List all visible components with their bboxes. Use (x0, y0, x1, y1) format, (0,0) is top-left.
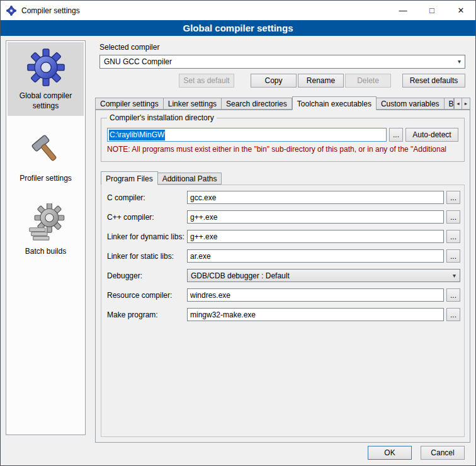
ok-button[interactable]: OK (368, 446, 412, 460)
caption-buttons: — □ ✕ (388, 1, 475, 20)
field-row-cpp-compiler: C++ compiler: ... (107, 210, 460, 224)
tab-search-directories[interactable]: Search directories (222, 98, 292, 110)
install-dir-group-title: Compiler's installation directory (107, 113, 217, 122)
copy-button[interactable]: Copy (251, 74, 297, 88)
linker-dynamic-label: Linker for dynamic libs: (107, 232, 187, 241)
install-dir-row: C:\raylib\MinGW ... Auto-detect (107, 128, 458, 142)
main-area: Selected compiler GNU GCC Compiler ▾ Set… (92, 40, 472, 435)
autodetect-button[interactable]: Auto-detect (405, 128, 458, 142)
field-row-debugger: Debugger: GDB/CDB debugger : Default ▾ (107, 269, 460, 282)
tab-linker-settings[interactable]: Linker settings (164, 98, 222, 110)
resource-compiler-input[interactable] (187, 288, 444, 302)
sidebar: Global compiler settings Profiler settin… (6, 40, 86, 435)
cpp-compiler-browse-button[interactable]: ... (446, 210, 460, 224)
make-program-browse-button[interactable]: ... (446, 308, 460, 321)
field-row-linker-dynamic: Linker for dynamic libs: ... (107, 230, 460, 243)
dialog-header-title: Global compiler settings (183, 23, 293, 33)
set-as-default-button: Set as default (179, 74, 234, 88)
tab-toolchain-executables[interactable]: Toolchain executables (292, 96, 377, 110)
selected-compiler-label: Selected compiler (99, 43, 472, 52)
linker-static-input[interactable] (187, 249, 444, 263)
make-program-label: Make program: (107, 310, 187, 319)
install-dir-browse-button[interactable]: ... (389, 128, 403, 142)
resource-compiler-label: Resource compiler: (107, 291, 187, 300)
c-compiler-input[interactable] (187, 191, 444, 204)
toolchain-executables-pane: Compiler's installation directory C:\ray… (95, 110, 470, 443)
chevron-down-icon: ▾ (458, 58, 461, 65)
titlebar: Compiler settings — □ ✕ (1, 1, 475, 20)
settings-tabs: Compiler settings Linker settings Search… (95, 96, 470, 110)
minimize-button[interactable]: — (388, 1, 417, 20)
reset-defaults-button[interactable]: Reset defaults (402, 74, 465, 88)
app-icon (6, 6, 16, 16)
sidebar-item-batch-builds[interactable]: Batch builds (8, 198, 84, 262)
sidebar-item-global-compiler-settings[interactable]: Global compiler settings (8, 42, 84, 116)
compiler-select-value: GNU GCC Compiler (104, 57, 172, 66)
sidebar-item-label: Batch builds (25, 247, 66, 257)
dialog-footer: OK Cancel (368, 446, 465, 460)
compiler-buttons-row: Set as default Copy Rename Delete Reset … (99, 74, 465, 88)
tab-compiler-settings[interactable]: Compiler settings (95, 98, 164, 110)
window-title: Compiler settings (21, 6, 80, 15)
tab-scroll-buttons: ◄ ► (454, 98, 470, 110)
make-program-input[interactable] (187, 308, 444, 321)
dialog-header: Global compiler settings (1, 20, 475, 36)
close-button[interactable]: ✕ (446, 1, 475, 20)
tab-custom-variables[interactable]: Custom variables (377, 98, 445, 110)
install-dir-selected-text: C:\raylib\MinGW (109, 130, 165, 140)
gear-gray-icon (26, 203, 66, 243)
c-compiler-browse-button[interactable]: ... (446, 191, 460, 204)
debugger-select-value: GDB/CDB debugger : Default (191, 271, 290, 280)
field-row-c-compiler: C compiler: ... (107, 191, 460, 204)
program-files-pane: C compiler: ... C++ compiler: ... Linker… (101, 185, 465, 437)
sidebar-item-label: Global compiler settings (9, 91, 82, 111)
cancel-button[interactable]: Cancel (421, 446, 465, 460)
rename-button[interactable]: Rename (298, 74, 344, 88)
gear-blue-icon (26, 47, 66, 88)
linker-dynamic-browse-button[interactable]: ... (446, 230, 460, 243)
compiler-select[interactable]: GNU GCC Compiler ▾ (99, 55, 465, 69)
delete-button: Delete (345, 74, 391, 88)
c-compiler-label: C compiler: (107, 193, 187, 202)
compiler-settings-window: Compiler settings — □ ✕ Global compiler … (0, 0, 476, 466)
tab-scroll-right-icon[interactable]: ► (462, 98, 470, 110)
linker-static-browse-button[interactable]: ... (446, 249, 460, 263)
cpp-compiler-label: C++ compiler: (107, 213, 187, 222)
field-row-resource-compiler: Resource compiler: ... (107, 288, 460, 302)
resource-compiler-browse-button[interactable]: ... (446, 288, 460, 302)
chevron-down-icon: ▾ (453, 271, 456, 278)
tab-scroll-left-icon[interactable]: ◄ (454, 98, 462, 110)
sidebar-item-profiler-settings[interactable]: Profiler settings (8, 125, 84, 189)
install-dir-note: NOTE: All programs must exist either in … (107, 145, 458, 154)
debugger-label: Debugger: (107, 271, 187, 280)
tab-program-files[interactable]: Program Files (101, 171, 158, 185)
install-dir-groupbox: Compiler's installation directory C:\ray… (101, 118, 465, 162)
field-row-make-program: Make program: ... (107, 308, 460, 321)
linker-dynamic-input[interactable] (187, 230, 444, 243)
cpp-compiler-input[interactable] (187, 210, 444, 224)
hammer-icon (26, 130, 66, 170)
sidebar-item-label: Profiler settings (20, 174, 72, 184)
linker-static-label: Linker for static libs: (107, 252, 187, 261)
field-row-linker-static: Linker for static libs: ... (107, 249, 460, 263)
install-dir-input[interactable]: C:\raylib\MinGW (107, 128, 387, 142)
tab-additional-paths[interactable]: Additional Paths (158, 173, 222, 185)
tab-build-options[interactable]: Buil (445, 98, 454, 110)
program-tabs: Program Files Additional Paths (101, 171, 466, 185)
debugger-select[interactable]: GDB/CDB debugger : Default ▾ (187, 269, 460, 282)
maximize-button[interactable]: □ (417, 1, 446, 20)
